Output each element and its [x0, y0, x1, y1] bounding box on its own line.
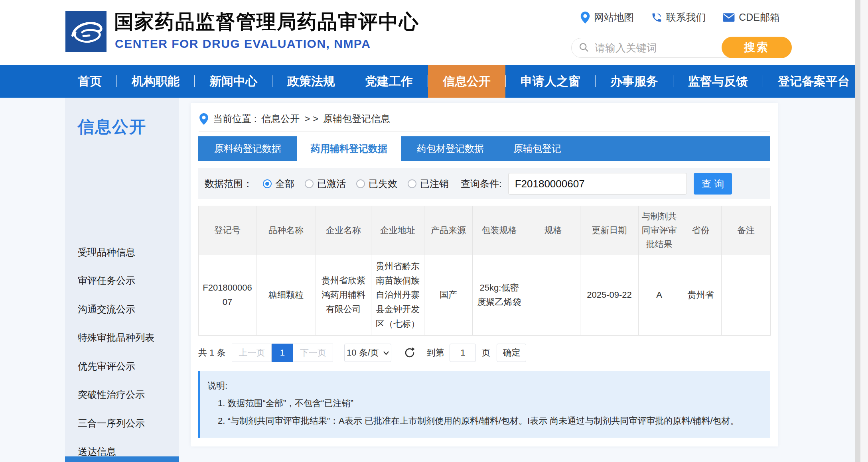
sidebar-item-special-approval-list[interactable]: 特殊审批品种列表	[65, 324, 179, 352]
radio-icon	[263, 179, 272, 188]
radio-activated[interactable]: 已激活	[305, 177, 346, 190]
cell-variety-name: 糖细颗粒	[256, 255, 316, 335]
tab-rawaux-registration[interactable]: 原辅包登记	[500, 136, 575, 161]
goto-page-input[interactable]	[450, 344, 476, 362]
site-header: 国家药品监督管理局药品审评中心 CENTER FOR DRUG EVALUATI…	[0, 0, 868, 65]
table-row: F20180000607 糖细颗粒 贵州省欣紫鸿药用辅料有限公司 贵州省黔东南苗…	[199, 255, 771, 335]
next-page-button[interactable]: 下一页	[293, 344, 333, 362]
sidebar-title: 信息公开	[78, 116, 146, 138]
goto-label: 到第	[426, 347, 444, 359]
breadcrumb-divider	[199, 131, 770, 132]
mail-link[interactable]: CDE邮箱	[723, 11, 780, 24]
breadcrumb-prefix: 当前位置 :	[213, 112, 256, 125]
col-joint-review-result: 与制剂共同审评审批结果	[639, 206, 680, 255]
page-size-select[interactable]: 10 条/页	[344, 344, 391, 362]
results-table: 登记号 品种名称 企业名称 企业地址 产品来源 包装规格 规格 更新日期 与制剂…	[198, 206, 771, 336]
query-condition-label: 查询条件:	[461, 177, 502, 190]
query-input[interactable]	[508, 173, 687, 195]
cell-registration-no: F20180000607	[199, 255, 256, 335]
tab-bar: 原料药登记数据 药用辅料登记数据 药包材登记数据 原辅包登记	[198, 136, 770, 161]
mail-label: CDE邮箱	[739, 11, 780, 24]
nav-item-applicant-window[interactable]: 申请人之窗	[506, 65, 595, 98]
page-unit-label: 页	[481, 347, 490, 359]
col-spec: 规格	[526, 206, 580, 255]
sidebar-item-three-in-one[interactable]: 三合一序列公示	[65, 409, 179, 438]
cell-packaging-spec: 25kg:低密度聚乙烯袋	[473, 255, 526, 335]
nav-item-party-building[interactable]: 党建工作	[350, 65, 428, 98]
nav-item-policies[interactable]: 政策法规	[272, 65, 350, 98]
radio-all-label: 全部	[275, 177, 294, 190]
col-company-name: 企业名称	[316, 206, 371, 255]
radio-cancelled[interactable]: 已注销	[408, 177, 449, 190]
search-icon	[578, 42, 590, 53]
confirm-button[interactable]: 确定	[497, 344, 526, 362]
filter-bar: 数据范围： 全部 已激活 已失效 已注销 查询条件: 查 询	[198, 168, 770, 199]
notes-title: 说明:	[207, 377, 761, 395]
breadcrumb-current: 原辅包登记信息	[323, 112, 390, 125]
col-product-origin: 产品来源	[424, 206, 473, 255]
cell-company-name: 贵州省欣紫鸿药用辅料有限公司	[316, 255, 371, 335]
nav-item-functions[interactable]: 机构职能	[117, 65, 194, 98]
breadcrumb: 当前位置 : 信息公开 > > 原辅包登记信息	[191, 103, 778, 125]
sidebar-item-priority-review[interactable]: 优先审评公示	[65, 352, 179, 381]
query-button[interactable]: 查 询	[694, 173, 732, 195]
nav-item-home[interactable]: 首页	[63, 65, 116, 98]
sidebar-item-review-tasks[interactable]: 审评任务公示	[65, 267, 179, 295]
cell-province: 贵州省	[680, 255, 722, 335]
location-pin-icon	[199, 113, 208, 125]
nav-item-services[interactable]: 办事服务	[596, 65, 673, 98]
site-title: 国家药品监督管理局药品审评中心	[114, 9, 419, 35]
tab-excipient-data[interactable]: 药用辅料登记数据	[297, 136, 401, 161]
breadcrumb-separator: > >	[304, 113, 318, 124]
sitemap-link[interactable]: 网站地图	[580, 11, 634, 24]
radio-all[interactable]: 全部	[263, 177, 294, 190]
note-item-2: 2. “与制剂共同审评审批结果”：A表示 已批准在上市制剂使用的原料/辅料/包材…	[207, 412, 761, 430]
scrollbar[interactable]	[855, 0, 868, 462]
sidebar-item-accepted-varieties[interactable]: 受理品种信息	[65, 238, 179, 267]
scrollbar-thumb[interactable]	[855, 0, 860, 462]
header-search: 搜索	[571, 37, 792, 58]
radio-expired[interactable]: 已失效	[356, 177, 397, 190]
col-company-address: 企业地址	[371, 206, 424, 255]
cell-product-origin: 国产	[424, 255, 473, 335]
col-packaging-spec: 包装规格	[473, 206, 526, 255]
tab-api-data[interactable]: 原料药登记数据	[201, 136, 295, 161]
scope-label: 数据范围：	[205, 177, 253, 190]
nav-item-info-disclosure[interactable]: 信息公开	[428, 65, 505, 98]
breadcrumb-section[interactable]: 信息公开	[261, 112, 300, 125]
nav-item-supervision-feedback[interactable]: 监督与反馈	[673, 65, 763, 98]
radio-activated-label: 已激活	[317, 177, 346, 190]
radio-icon	[305, 179, 314, 188]
sidebar-item-communication[interactable]: 沟通交流公示	[65, 295, 179, 324]
nav-item-registration-platform[interactable]: 登记备案平台	[763, 65, 864, 98]
pagination: 共 1 条 上一页 1 下一页 10 条/页 到第 页 确定	[198, 344, 770, 362]
page-buttons: 上一页 1 下一页	[232, 344, 333, 362]
mail-icon	[723, 13, 735, 22]
cell-company-address: 贵州省黔东南苗族侗族自治州丹寨县金钟开发区（七标）	[371, 255, 424, 335]
nav-item-news[interactable]: 新闻中心	[195, 65, 272, 98]
content-card: 当前位置 : 信息公开 > > 原辅包登记信息 原料药登记数据 药用辅料登记数据…	[191, 103, 778, 446]
search-button[interactable]: 搜索	[722, 37, 792, 58]
map-pin-icon	[580, 12, 590, 24]
col-update-date: 更新日期	[580, 206, 639, 255]
sidebar-item-breakthrough-therapy[interactable]: 突破性治疗公示	[65, 381, 179, 409]
radio-expired-label: 已失效	[369, 177, 397, 190]
site-subtitle: CENTER FOR DRUG EVALUATION, NMPA	[115, 37, 371, 51]
refresh-icon[interactable]	[403, 346, 416, 359]
col-remark: 备注	[722, 206, 771, 255]
tab-packaging-data[interactable]: 药包材登记数据	[403, 136, 497, 161]
col-province: 省份	[680, 206, 722, 255]
main-nav: 首页 机构职能 新闻中心 政策法规 党建工作 信息公开 申请人之窗 办事服务 监…	[0, 65, 868, 98]
chevron-down-icon	[383, 351, 389, 355]
contact-link[interactable]: 联系我们	[651, 11, 706, 24]
contact-label: 联系我们	[666, 11, 706, 24]
table-header-row: 登记号 品种名称 企业名称 企业地址 产品来源 包装规格 规格 更新日期 与制剂…	[199, 206, 771, 255]
radio-icon	[356, 179, 365, 188]
cell-update-date: 2025-09-22	[580, 255, 639, 335]
notes-panel: 说明: 1. 数据范围“全部”，不包含“已注销” 2. “与制剂共同审评审批结果…	[198, 371, 770, 438]
sidebar-menu: 受理品种信息 审评任务公示 沟通交流公示 特殊审批品种列表 优先审评公示 突破性…	[65, 238, 179, 462]
prev-page-button[interactable]: 上一页	[232, 344, 272, 362]
cell-spec	[526, 255, 580, 335]
sidebar-item-active-partial[interactable]	[65, 456, 179, 462]
page-1-button[interactable]: 1	[272, 344, 293, 362]
